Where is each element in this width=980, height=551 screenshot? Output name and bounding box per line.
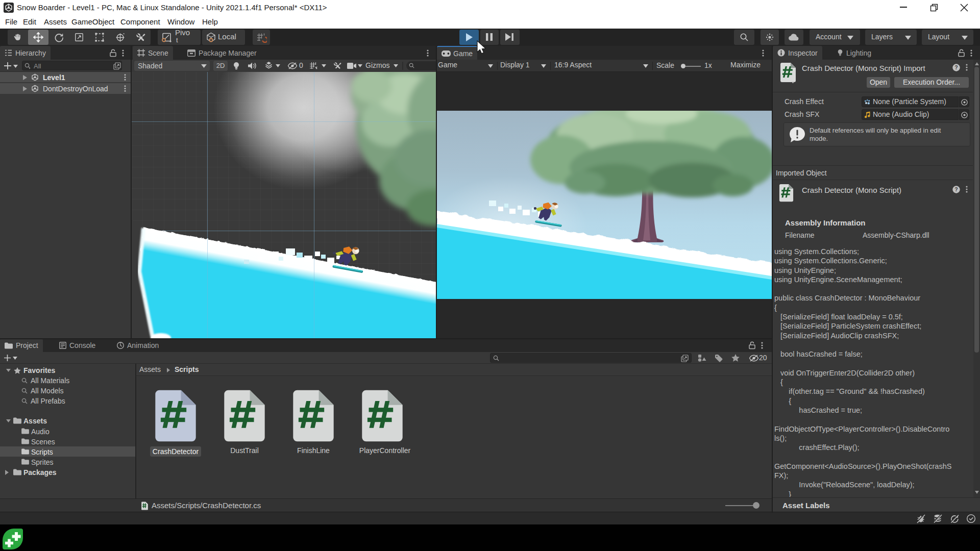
svg-text:?: ? bbox=[954, 64, 958, 70]
svg-text:?: ? bbox=[954, 186, 958, 192]
